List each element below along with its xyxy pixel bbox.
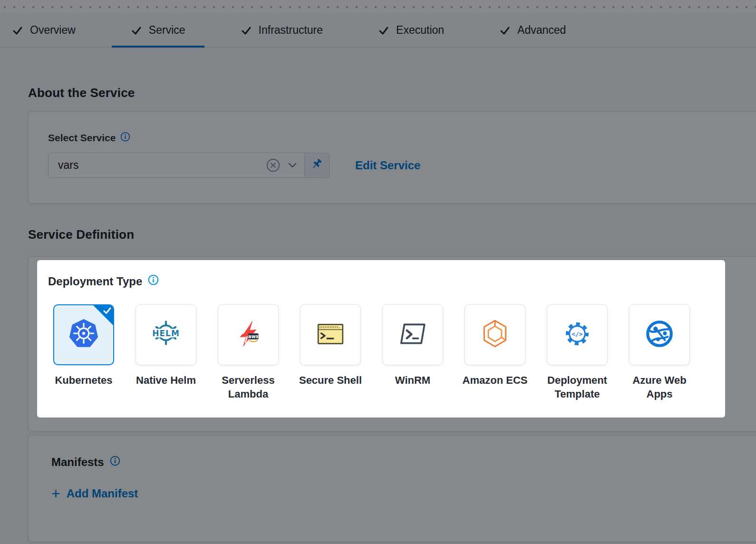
tab-check-icon (499, 25, 511, 36)
tab-label: Service (149, 24, 185, 37)
azure-web-apps-icon (644, 318, 675, 351)
deployment-type-item: WinRM (382, 304, 443, 401)
info-icon[interactable] (148, 274, 159, 288)
kubernetes-icon (68, 318, 99, 351)
manifests-card: Manifests + Add Manifest (28, 435, 756, 542)
deployment-type-spotlight: Deployment Type Kubernetes (37, 260, 725, 418)
tab-check-icon (241, 25, 252, 36)
deployment-type-item: Kubernetes (53, 304, 114, 401)
tile-label: Serverless Lambda (207, 373, 289, 401)
secure-shell-icon (315, 318, 346, 351)
tile-label: Native Helm (125, 373, 207, 387)
pin-button[interactable] (305, 153, 330, 178)
service-definition-card: Deployment Type Kubernetes (28, 256, 756, 431)
tab-label: Execution (396, 24, 444, 37)
deployment-type-item: Amazon ECS (465, 304, 525, 401)
service-select-input[interactable] (58, 159, 258, 172)
tile-label: Deployment Template (536, 373, 618, 401)
deployment-type-label: Deployment Type (48, 275, 142, 288)
info-icon[interactable] (120, 132, 130, 144)
tab-label: Advanced (517, 24, 566, 37)
service-select[interactable] (48, 153, 305, 178)
deployment-type-amazon-ecs[interactable] (465, 304, 525, 365)
deployment-type-winrm[interactable] (382, 304, 443, 365)
tab-label: Overview (30, 24, 76, 37)
svg-text:aws: aws (248, 334, 259, 339)
tile-label: Secure Shell (290, 373, 371, 387)
tab-label: Infrastructure (259, 24, 323, 37)
tab-execution[interactable]: Execution (359, 13, 463, 47)
svg-text:</>: </> (572, 330, 583, 338)
tab-overview[interactable]: Overview (12, 13, 95, 47)
add-manifest-button[interactable]: + Add Manifest (51, 487, 756, 500)
info-icon[interactable] (110, 456, 120, 469)
pipeline-canvas-strip (0, 0, 756, 13)
manifests-heading: Manifests (51, 456, 104, 469)
tile-label: Kubernetes (43, 373, 125, 387)
deployment-type-serverless-lambda[interactable]: aws (218, 304, 279, 365)
clear-icon[interactable] (266, 158, 281, 173)
tab-infrastructure[interactable]: Infrastructure (222, 13, 342, 47)
deployment-type-item: Secure Shell (300, 304, 361, 401)
add-manifest-label: Add Manifest (67, 487, 138, 500)
chevron-down-icon[interactable] (288, 163, 297, 168)
tab-check-icon (131, 25, 142, 36)
plus-icon: + (51, 488, 60, 499)
tab-service[interactable]: Service (112, 13, 204, 47)
tab-advanced[interactable]: Advanced (480, 13, 585, 47)
winrm-icon (397, 318, 428, 351)
about-service-heading: About the Service (28, 48, 756, 100)
deployment-type-item: aws Serverless Lambda (218, 304, 279, 401)
deployment-type-tiles: Kubernetes HELM Native Helm aws (53, 304, 725, 401)
deployment-template-icon: </> (562, 318, 593, 351)
tile-label: Amazon ECS (454, 373, 536, 387)
deployment-type-item: HELM Native Helm (136, 304, 196, 401)
pin-icon (310, 158, 323, 173)
about-service-card: Select Service Edit Service (28, 111, 756, 204)
deployment-type-item: Azure Web Apps (629, 304, 690, 401)
serverless-lambda-icon: aws (233, 318, 264, 351)
deployment-type-azure-web-apps[interactable] (629, 304, 690, 365)
tile-label: Azure Web Apps (619, 373, 700, 401)
deployment-type-native-helm[interactable]: HELM (136, 304, 196, 365)
select-service-label: Select Service (48, 132, 116, 144)
edit-service-link[interactable]: Edit Service (355, 159, 420, 172)
tab-check-icon (378, 25, 389, 36)
deployment-type-deployment-template[interactable]: </> (547, 304, 608, 365)
deployment-type-secure-shell[interactable] (300, 304, 361, 365)
deployment-type-item: </> Deployment Template (547, 304, 608, 401)
deployment-type-kubernetes[interactable] (53, 304, 114, 365)
helm-icon: HELM (150, 318, 182, 351)
tile-label: WinRM (372, 373, 454, 387)
tab-check-icon (12, 25, 23, 36)
amazon-ecs-icon (479, 318, 511, 351)
svg-text:HELM: HELM (152, 329, 180, 338)
service-definition-heading: Service Definition (28, 227, 756, 242)
step-tabs: Overview Service Infrastructure Executio… (0, 13, 756, 48)
